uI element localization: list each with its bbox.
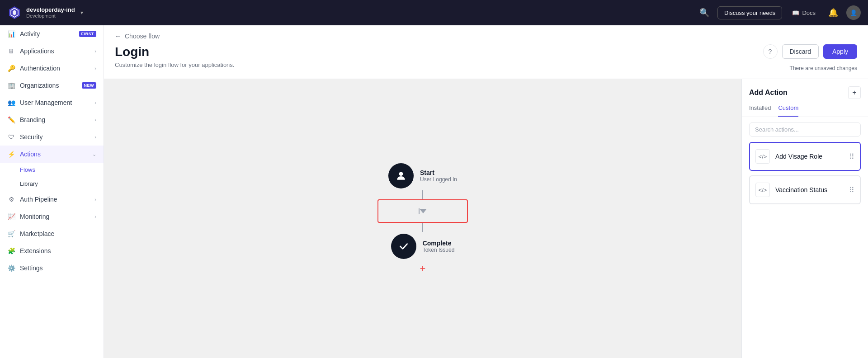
start-node: Start User Logged In (388, 163, 457, 188)
tab-custom[interactable]: Custom (778, 104, 798, 117)
tab-installed[interactable]: Installed (749, 104, 771, 117)
breadcrumb[interactable]: ← Choose flow (115, 33, 857, 40)
start-node-subtitle: User Logged In (420, 176, 457, 183)
sidebar-item-authentication[interactable]: 🔑 Authentication › (0, 60, 104, 77)
header-actions: ? Discard Apply There are unsaved change… (763, 44, 858, 71)
applications-chevron-icon: › (94, 48, 96, 54)
monitoring-icon: 📈 (7, 212, 15, 221)
start-node-title: Start (420, 169, 457, 176)
sidebar-item-monitoring[interactable]: 📈 Monitoring › (0, 208, 104, 225)
flow-panel: Start User Logged In (104, 79, 868, 358)
sidebar-item-applications-label: Applications (20, 47, 90, 55)
sidebar-item-organizations-label: Organizations (20, 82, 77, 89)
right-panel-add-button[interactable]: + (848, 86, 861, 99)
right-panel-title: Add Action (749, 89, 788, 97)
flow-add-button[interactable]: + (420, 263, 426, 274)
page-title-group: Login Customize the login flow for your … (115, 44, 234, 68)
right-panel: Add Action + Installed Custom </> Add Vi… (741, 79, 868, 358)
content-header: ← Choose flow Login Customize the login … (104, 25, 868, 79)
library-label: Library (20, 180, 38, 187)
user-management-icon: 👥 (7, 99, 15, 107)
discuss-needs-button[interactable]: Discuss your needs (717, 6, 782, 19)
action-item-vaccination-status[interactable]: </> Vaccination Status ⠿ (749, 175, 861, 204)
sidebar-item-actions-label: Actions (20, 151, 88, 158)
user-avatar[interactable]: 👤 (846, 5, 861, 20)
complete-node-subtitle: Token Issued (423, 247, 455, 253)
navbar: developerday-ind Development ▾ 🔍 Discuss… (0, 0, 868, 25)
activity-icon: 📊 (7, 30, 15, 38)
flow-diagram: Start User Logged In (377, 163, 468, 274)
drag-handle-icon: ⠿ (849, 152, 854, 161)
brand-env: Development (26, 13, 75, 19)
sidebar-sub-item-library[interactable]: Library (0, 177, 104, 191)
complete-node-title: Complete (423, 240, 455, 247)
apply-button[interactable]: Apply (823, 44, 857, 59)
sidebar-item-user-management[interactable]: 👥 User Management › (0, 94, 104, 111)
security-icon: 🛡 (7, 133, 15, 141)
vaccination-status-code-icon: </> (755, 183, 770, 197)
brand-text: developerday-ind Development (26, 6, 75, 19)
marketplace-icon: 🛒 (7, 230, 15, 238)
sidebar-sub-item-flows[interactable]: Flows (0, 163, 104, 177)
branding-icon: ✏️ (7, 116, 15, 124)
monitoring-chevron-icon: › (94, 214, 96, 219)
sidebar-item-auth-pipeline-label: Auth Pipeline (20, 196, 90, 203)
complete-node: Complete Token Issued (391, 234, 455, 259)
sidebar-item-branding-label: Branding (20, 116, 90, 123)
arrow-line-bottom (422, 223, 423, 232)
branding-chevron-icon: › (94, 117, 96, 122)
search-actions-input[interactable] (749, 122, 861, 137)
add-visage-role-name: Add Visage Role (775, 153, 844, 160)
action-item-add-visage-role[interactable]: </> Add Visage Role ⠿ (749, 142, 861, 171)
page-title-row: Login Customize the login flow for your … (115, 44, 857, 71)
sidebar-item-extensions[interactable]: 🧩 Extensions (0, 242, 104, 259)
add-visage-role-code-icon: </> (755, 149, 770, 164)
complete-node-label: Complete Token Issued (423, 240, 455, 253)
brand-name: developerday-ind (26, 6, 75, 14)
notifications-bell-icon[interactable]: 🔔 (826, 5, 841, 20)
applications-icon: 🖥 (7, 47, 15, 55)
sidebar-item-auth-pipeline[interactable]: ⚙ Auth Pipeline › (0, 191, 104, 208)
organizations-badge: NEW (82, 82, 97, 89)
organizations-icon: 🏢 (7, 81, 15, 90)
sidebar-item-activity-label: Activity (20, 30, 75, 38)
actions-icon: ⚡ (7, 150, 15, 158)
sidebar: 📊 Activity FIRST 🖥 Applications › 🔑 Auth… (0, 25, 104, 358)
help-icon-button[interactable]: ? (763, 44, 778, 59)
sidebar-item-settings-label: Settings (20, 264, 96, 272)
start-node-circle (388, 163, 414, 188)
start-node-label: Start User Logged In (420, 169, 457, 183)
app-logo (7, 5, 22, 20)
docs-book-icon: 📖 (792, 9, 799, 16)
sidebar-item-activity[interactable]: 📊 Activity FIRST (0, 25, 104, 42)
search-icon[interactable]: 🔍 (697, 5, 712, 20)
complete-node-circle (391, 234, 416, 259)
auth-pipeline-icon: ⚙ (7, 195, 15, 203)
sidebar-item-settings[interactable]: ⚙️ Settings (0, 259, 104, 277)
sidebar-item-marketplace[interactable]: 🛒 Marketplace (0, 225, 104, 242)
sidebar-item-organizations[interactable]: 🏢 Organizations NEW (0, 77, 104, 94)
back-arrow-icon: ← (115, 33, 121, 40)
page-subtitle: Customize the login flow for your applic… (115, 61, 234, 68)
flow-canvas[interactable]: Start User Logged In (104, 79, 741, 358)
docs-button[interactable]: 📖 Docs (788, 7, 820, 19)
discard-button[interactable]: Discard (782, 44, 819, 59)
breadcrumb-label: Choose flow (125, 33, 160, 40)
sidebar-item-actions[interactable]: ⚡ Actions ⌄ (0, 146, 104, 163)
extensions-icon: 🧩 (7, 247, 15, 255)
brand-logo-area[interactable]: developerday-ind Development ▾ (7, 5, 83, 20)
flow-drop-zone[interactable] (377, 199, 468, 223)
sidebar-item-security[interactable]: 🛡 Security › (0, 128, 104, 146)
activity-badge: FIRST (79, 31, 97, 37)
docs-label: Docs (802, 9, 816, 16)
sidebar-item-branding[interactable]: ✏️ Branding › (0, 111, 104, 128)
sidebar-item-security-label: Security (20, 133, 90, 141)
sidebar-item-applications[interactable]: 🖥 Applications › (0, 42, 104, 60)
page-title: Login (115, 44, 234, 60)
sidebar-item-user-management-label: User Management (20, 99, 90, 106)
sidebar-item-authentication-label: Authentication (20, 65, 90, 72)
authentication-chevron-icon: › (94, 66, 96, 71)
auth-pipeline-chevron-icon: › (94, 197, 96, 202)
checkmark-icon (398, 240, 410, 252)
main-layout: 📊 Activity FIRST 🖥 Applications › 🔑 Auth… (0, 25, 868, 358)
